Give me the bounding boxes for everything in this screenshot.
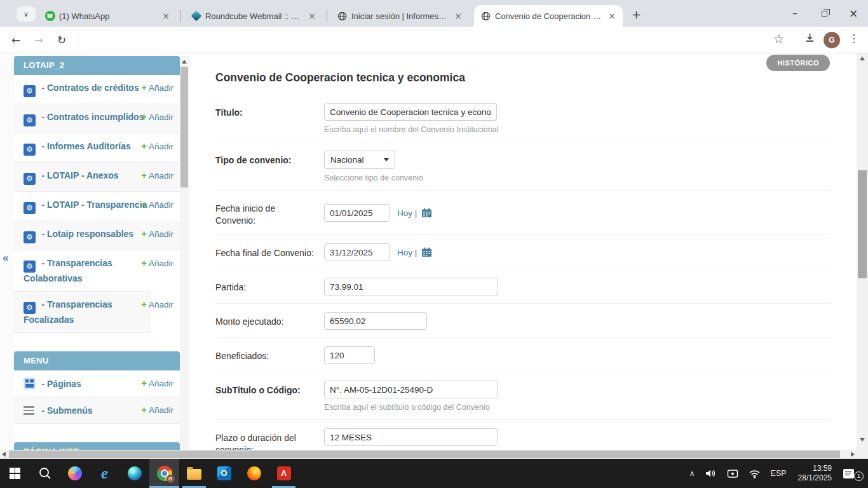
sidebar-spacer — [14, 333, 180, 351]
partida-input[interactable] — [324, 278, 498, 295]
outlook-icon[interactable]: O — [209, 459, 239, 488]
calendar-icon[interactable] — [421, 247, 432, 257]
gear-icon: ⚙ — [24, 144, 36, 156]
sidebar-item-label[interactable]: - Contratos de créditos — [41, 83, 139, 93]
add-link[interactable]: +Añadir — [141, 199, 173, 210]
sidebar-item-paginas[interactable]: +Añadir - Páginas — [14, 370, 180, 397]
add-label: Añadir — [149, 300, 173, 309]
scroll-left-arrow[interactable] — [2, 452, 6, 457]
firefox-icon[interactable] — [239, 459, 269, 488]
add-link[interactable]: +Añadir — [141, 377, 173, 388]
sidebar-item-label[interactable]: - Páginas — [41, 379, 81, 389]
close-icon[interactable]: × — [160, 10, 172, 22]
close-icon[interactable]: × — [606, 10, 618, 22]
sidebar-item-label[interactable]: - LOTAIP - Transparencia — [41, 200, 147, 210]
add-link[interactable]: +Añadir — [141, 111, 173, 122]
tab-whatsapp[interactable]: ☎ (1) WhatsApp × — [38, 5, 177, 27]
sidebar-item-transparencias-focalizadas[interactable]: +Añadir ⚙ - Transparencias Focalizadas — [14, 292, 151, 333]
historico-button[interactable]: HISTÓRICO — [766, 55, 830, 71]
page-horizontal-scrollbar[interactable] — [0, 450, 857, 459]
minimize-button[interactable]: – — [780, 0, 810, 27]
sidebar-item-label[interactable]: - Informes Auditorías — [41, 141, 130, 151]
scrollbar-thumb[interactable] — [9, 451, 840, 458]
tray-expand-icon[interactable]: ∧ — [684, 469, 700, 478]
meet-now-icon[interactable] — [722, 469, 743, 478]
beneficiados-input[interactable] — [324, 346, 375, 364]
restore-button[interactable] — [810, 0, 839, 27]
file-explorer-icon[interactable] — [179, 459, 209, 488]
tab-convenio-active[interactable]: Convenio de Cooperacion tecni × — [474, 5, 623, 27]
add-link[interactable]: +Añadir — [141, 257, 173, 268]
downloads-icon[interactable] — [804, 32, 816, 46]
reload-button[interactable]: ↻ — [53, 32, 70, 48]
page-vertical-scrollbar[interactable] — [857, 53, 868, 450]
add-link[interactable]: +Añadir — [141, 82, 173, 93]
language-indicator[interactable]: ESP — [766, 469, 792, 478]
scrollbar-thumb[interactable] — [180, 67, 188, 187]
hamburger-menu-icon — [24, 404, 36, 416]
start-button[interactable] — [0, 459, 30, 488]
sidebar-item-label[interactable]: - LOTAIP - Anexos — [41, 170, 118, 180]
volume-icon[interactable] — [700, 468, 722, 478]
close-icon[interactable]: × — [452, 10, 464, 22]
add-link[interactable]: +Añadir — [141, 170, 173, 180]
internet-explorer-icon[interactable]: e — [90, 459, 119, 488]
scroll-up-arrow[interactable] — [182, 60, 187, 64]
sidebar-item-contratos-incumplidos[interactable]: +Añadir ⚙ - Contratos incumplidos — [14, 104, 180, 133]
monto-ejecutado-input[interactable] — [324, 312, 427, 330]
copilot-icon[interactable] — [60, 459, 90, 488]
clock[interactable]: 13:59 28/1/2025 — [792, 464, 838, 483]
plazo-duracion-input[interactable] — [324, 428, 498, 446]
sidebar-scrollbar[interactable] — [180, 56, 189, 450]
tab-roundcube[interactable]: Roundcube Webmail :: Entrada × — [184, 5, 323, 27]
add-link[interactable]: +Añadir — [141, 228, 173, 239]
subtitulo-codigo-input[interactable] — [324, 381, 498, 398]
hoy-link[interactable]: Hoy | — [397, 248, 417, 257]
tab-informes[interactable]: Iniciar sesión | Informes Mensu × — [330, 5, 469, 27]
wifi-icon[interactable] — [743, 469, 766, 478]
tab-search-button[interactable]: ∨ — [17, 6, 36, 22]
chrome-taskbar-icon[interactable]: G — [149, 459, 179, 488]
sidebar-item-lotaip-transparencia[interactable]: +Añadir ⚙ - LOTAIP - Transparencia — [14, 192, 157, 221]
sidebar-item-lotaip-anexos[interactable]: +Añadir ⚙ - LOTAIP - Anexos — [14, 163, 180, 192]
add-label: Añadir — [149, 83, 173, 93]
close-window-button[interactable]: × — [839, 0, 868, 27]
add-link[interactable]: +Añadir — [141, 404, 173, 415]
sidebar-item-label[interactable]: - Transparencias Focalizadas — [24, 299, 112, 325]
sidebar-item-label[interactable]: - Contratos incumplidos — [41, 112, 144, 122]
tipo-convenio-select[interactable]: Nacional — [324, 151, 395, 169]
profile-avatar[interactable]: G — [824, 32, 840, 48]
add-link[interactable]: +Añadir — [141, 299, 173, 309]
scrollbar-thumb[interactable] — [858, 170, 867, 278]
browser-menu-icon[interactable]: ⋮ — [848, 32, 859, 44]
fecha-final-input[interactable] — [324, 243, 390, 261]
close-icon[interactable]: × — [306, 10, 318, 22]
fecha-inicio-input[interactable] — [324, 204, 390, 222]
back-button[interactable]: ← — [8, 32, 24, 48]
sidebar-collapse-button[interactable]: « — [3, 252, 8, 264]
sidebar-item-label[interactable]: - Lotaip responsables — [41, 229, 133, 239]
hoy-link[interactable]: Hoy | — [397, 208, 417, 218]
sidebar-item-contratos-creditos[interactable]: +Añadir ⚙ - Contratos de créditos — [14, 75, 180, 104]
forward-button[interactable]: → — [31, 32, 47, 48]
scroll-right-arrow[interactable] — [851, 452, 855, 457]
new-tab-button[interactable]: + — [632, 8, 641, 21]
sidebar-item-label[interactable]: - Submenús — [41, 405, 92, 416]
bookmark-star-icon[interactable]: ☆ — [773, 32, 784, 46]
sidebar-item-transparencias-colaborativas[interactable]: +Añadir ⚙ - Transparencias Colaborativas — [14, 250, 151, 292]
titulo-input[interactable] — [324, 103, 497, 121]
action-center-icon[interactable]: 1 — [838, 469, 859, 478]
search-icon[interactable] — [30, 459, 60, 488]
sidebar-item-informes-auditorias[interactable]: +Añadir ⚙ - Informes Auditorías — [14, 133, 180, 163]
gear-icon: ⚙ — [24, 114, 36, 126]
edge-icon[interactable] — [119, 459, 149, 488]
scroll-down-arrow[interactable] — [860, 438, 865, 442]
sidebar-item-lotaip-responsables[interactable]: +Añadir ⚙ - Lotaip responsables — [14, 221, 180, 250]
add-link[interactable]: +Añadir — [141, 140, 173, 151]
acrobat-icon[interactable]: Λ — [269, 459, 299, 488]
sidebar-item-label[interactable]: - Transparencias Colaborativas — [24, 258, 112, 283]
sidebar-item-submenus[interactable]: +Añadir - Submenús — [14, 397, 180, 424]
calendar-icon[interactable] — [421, 208, 432, 218]
form-row-monto: Monto ejecutado: — [215, 304, 831, 338]
scroll-up-arrow[interactable] — [860, 57, 865, 60]
